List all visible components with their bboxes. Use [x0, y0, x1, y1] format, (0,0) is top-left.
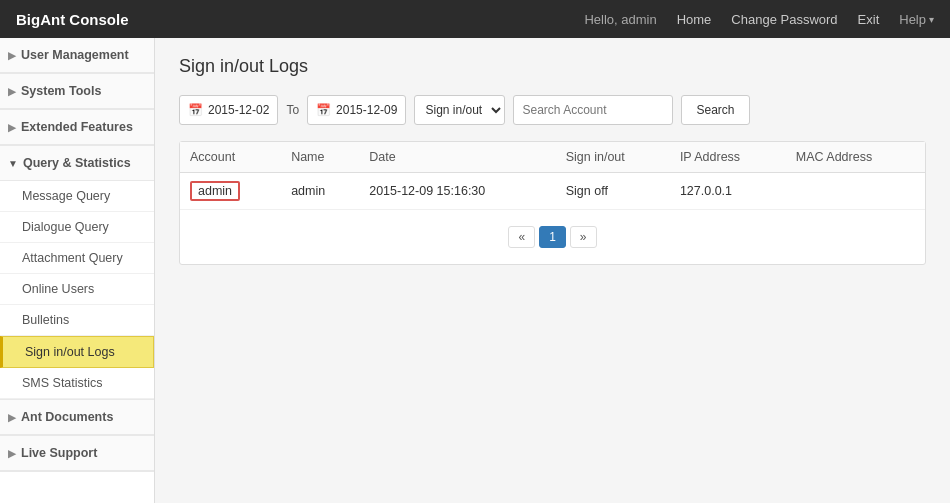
table-row: admin admin 2015-12-09 15:16:30 Sign off…	[180, 173, 925, 210]
col-account: Account	[180, 142, 281, 173]
account-value: admin	[190, 181, 240, 201]
page-title: Sign in/out Logs	[179, 56, 926, 77]
col-mac: MAC Address	[786, 142, 925, 173]
sidebar-item-online-users[interactable]: Online Users	[0, 274, 154, 305]
search-account-input[interactable]	[513, 95, 673, 125]
logs-table-container: Account Name Date Sign in/out IP Address…	[179, 141, 926, 265]
cell-name: admin	[281, 173, 359, 210]
cell-sign-type: Sign off	[556, 173, 670, 210]
expand-arrow-icon: ▶	[8, 122, 16, 133]
sidebar-section-query-statistics: ▼ Query & Statistics Message Query Dialo…	[0, 146, 154, 400]
expand-arrow-icon: ▶	[8, 412, 16, 423]
cell-date: 2015-12-09 15:16:30	[359, 173, 556, 210]
app-header: BigAnt Console Hello, admin Home Change …	[0, 0, 950, 38]
date-from-value: 2015-12-02	[208, 103, 269, 117]
to-label: To	[286, 103, 299, 117]
change-password-link[interactable]: Change Password	[731, 12, 837, 27]
date-from-picker[interactable]: 📅 2015-12-02	[179, 95, 278, 125]
search-button[interactable]: Search	[681, 95, 749, 125]
home-link[interactable]: Home	[677, 12, 712, 27]
logs-table: Account Name Date Sign in/out IP Address…	[180, 142, 925, 210]
cell-account: admin	[180, 173, 281, 210]
calendar-icon: 📅	[316, 103, 331, 117]
date-to-value: 2015-12-09	[336, 103, 397, 117]
current-page-button[interactable]: 1	[539, 226, 566, 248]
cell-mac	[786, 173, 925, 210]
sidebar-section-header-ant-documents[interactable]: ▶ Ant Documents	[0, 400, 154, 435]
col-ip: IP Address	[670, 142, 786, 173]
sidebar-section-user-management: ▶ User Management	[0, 38, 154, 74]
exit-link[interactable]: Exit	[858, 12, 880, 27]
toolbar: 📅 2015-12-02 To 📅 2015-12-09 Sign in/out…	[179, 95, 926, 125]
prev-page-button[interactable]: «	[508, 226, 535, 248]
main-layout: ▶ User Management ▶ System Tools ▶ Exten…	[0, 38, 950, 503]
sidebar-section-live-support: ▶ Live Support	[0, 436, 154, 472]
table-header-row: Account Name Date Sign in/out IP Address…	[180, 142, 925, 173]
header-nav: Hello, admin Home Change Password Exit H…	[584, 12, 934, 27]
help-arrow-icon: ▾	[929, 14, 934, 25]
help-link[interactable]: Help ▾	[899, 12, 934, 27]
app-brand: BigAnt Console	[16, 11, 129, 28]
sidebar-section-ant-documents: ▶ Ant Documents	[0, 400, 154, 436]
sidebar-item-sign-in-out-logs[interactable]: Sign in/out Logs	[0, 336, 154, 368]
sidebar: ▶ User Management ▶ System Tools ▶ Exten…	[0, 38, 155, 503]
col-sign-type: Sign in/out	[556, 142, 670, 173]
sidebar-section-header-live-support[interactable]: ▶ Live Support	[0, 436, 154, 471]
expand-arrow-icon: ▼	[8, 158, 18, 169]
sidebar-section-system-tools: ▶ System Tools	[0, 74, 154, 110]
sidebar-item-dialogue-query[interactable]: Dialogue Query	[0, 212, 154, 243]
sign-type-select[interactable]: Sign in/outSign inSign off	[414, 95, 505, 125]
sidebar-section-header-query-statistics[interactable]: ▼ Query & Statistics	[0, 146, 154, 181]
expand-arrow-icon: ▶	[8, 448, 16, 459]
expand-arrow-icon: ▶	[8, 50, 16, 61]
sidebar-section-extended-features: ▶ Extended Features	[0, 110, 154, 146]
pagination: « 1 »	[180, 210, 925, 264]
greeting-text: Hello, admin	[584, 12, 656, 27]
sidebar-item-attachment-query[interactable]: Attachment Query	[0, 243, 154, 274]
sidebar-section-header-system-tools[interactable]: ▶ System Tools	[0, 74, 154, 109]
col-name: Name	[281, 142, 359, 173]
expand-arrow-icon: ▶	[8, 86, 16, 97]
calendar-icon: 📅	[188, 103, 203, 117]
sidebar-item-sms-statistics[interactable]: SMS Statistics	[0, 368, 154, 399]
next-page-button[interactable]: »	[570, 226, 597, 248]
sidebar-item-message-query[interactable]: Message Query	[0, 181, 154, 212]
cell-ip: 127.0.0.1	[670, 173, 786, 210]
sidebar-section-header-user-management[interactable]: ▶ User Management	[0, 38, 154, 73]
query-statistics-items: Message Query Dialogue Query Attachment …	[0, 181, 154, 399]
col-date: Date	[359, 142, 556, 173]
sidebar-section-header-extended-features[interactable]: ▶ Extended Features	[0, 110, 154, 145]
main-content: Sign in/out Logs 📅 2015-12-02 To 📅 2015-…	[155, 38, 950, 503]
sidebar-item-bulletins[interactable]: Bulletins	[0, 305, 154, 336]
date-to-picker[interactable]: 📅 2015-12-09	[307, 95, 406, 125]
